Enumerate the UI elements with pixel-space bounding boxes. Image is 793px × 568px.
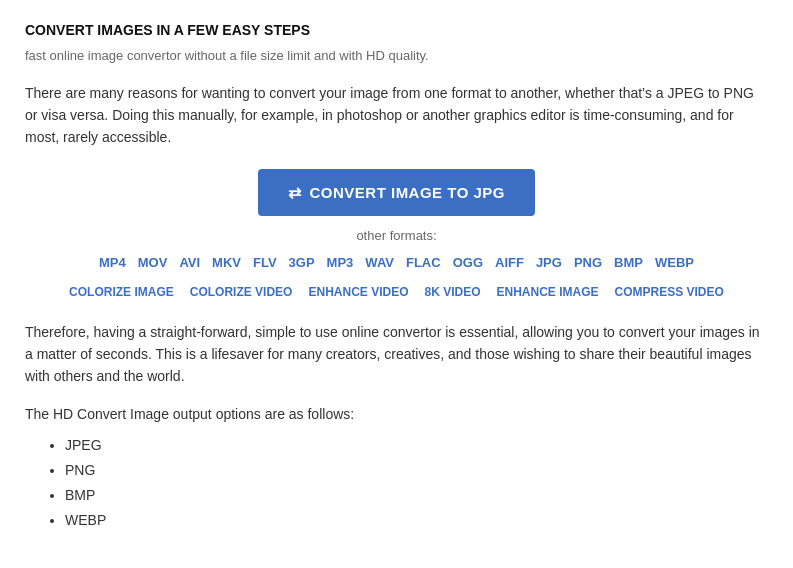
output-heading: The HD Convert Image output options are … xyxy=(25,404,768,425)
description-text-1: There are many reasons for wanting to co… xyxy=(25,82,768,149)
other-formats-label: other formats: xyxy=(25,226,768,246)
output-list-item-png: PNG xyxy=(65,460,768,481)
tool-link-enhance-image[interactable]: ENHANCE IMAGE xyxy=(489,283,607,301)
format-link-flac[interactable]: FLAC xyxy=(400,253,447,273)
tool-link-colorize-video[interactable]: COLORIZE VIDEO xyxy=(182,283,301,301)
convert-button-label: CONVERT IMAGE TO JPG xyxy=(309,184,505,201)
format-link-bmp[interactable]: BMP xyxy=(608,253,649,273)
output-list-item-webp: WEBP xyxy=(65,510,768,531)
format-link-aiff[interactable]: AIFF xyxy=(489,253,530,273)
format-link-wav[interactable]: WAV xyxy=(359,253,400,273)
convert-icon: ⇄ xyxy=(288,183,302,202)
format-link-mov[interactable]: MOV xyxy=(132,253,174,273)
tool-link-8k-video[interactable]: 8K VIDEO xyxy=(416,283,488,301)
format-link-webp[interactable]: WEBP xyxy=(649,253,700,273)
format-link-mp3[interactable]: MP3 xyxy=(321,253,360,273)
format-links: MP4MOVAVIMKVFLV3GPMP3WAVFLACOGGAIFFJPGPN… xyxy=(25,253,768,273)
tool-link-colorize-image[interactable]: COLORIZE IMAGE xyxy=(61,283,182,301)
subtitle: fast online image convertor without a fi… xyxy=(25,46,768,66)
main-heading: CONVERT IMAGES IN A FEW EASY STEPS xyxy=(25,20,768,41)
format-link-flv[interactable]: FLV xyxy=(247,253,283,273)
tool-link-enhance-video[interactable]: ENHANCE VIDEO xyxy=(300,283,416,301)
output-list-item-bmp: BMP xyxy=(65,485,768,506)
format-link-3gp[interactable]: 3GP xyxy=(283,253,321,273)
format-link-png[interactable]: PNG xyxy=(568,253,608,273)
format-link-ogg[interactable]: OGG xyxy=(447,253,489,273)
convert-button-wrapper: ⇄ CONVERT IMAGE TO JPG xyxy=(25,169,768,216)
output-list-item-jpeg: JPEG xyxy=(65,435,768,456)
output-list: JPEGPNGBMPWEBP xyxy=(25,435,768,531)
convert-image-button[interactable]: ⇄ CONVERT IMAGE TO JPG xyxy=(258,169,535,216)
tool-links: COLORIZE IMAGECOLORIZE VIDEOENHANCE VIDE… xyxy=(25,283,768,301)
tool-link-compress-video[interactable]: COMPRESS VIDEO xyxy=(607,283,732,301)
format-link-mp4[interactable]: MP4 xyxy=(93,253,132,273)
description-text-2: Therefore, having a straight-forward, si… xyxy=(25,321,768,388)
page-container: CONVERT IMAGES IN A FEW EASY STEPS fast … xyxy=(0,0,793,555)
format-link-avi[interactable]: AVI xyxy=(173,253,206,273)
format-link-jpg[interactable]: JPG xyxy=(530,253,568,273)
format-link-mkv[interactable]: MKV xyxy=(206,253,247,273)
